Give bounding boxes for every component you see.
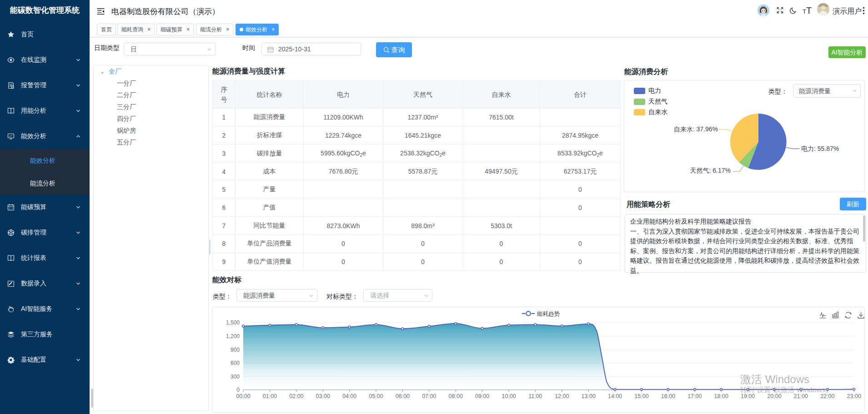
svg-text:00:00: 00:00 [236,393,250,399]
svg-text:300: 300 [231,374,240,380]
svg-text:13:00: 13:00 [582,393,596,399]
svg-text:15:00: 15:00 [634,393,648,399]
svg-text:05:00: 05:00 [369,393,383,399]
svg-text:17:00: 17:00 [687,393,702,399]
svg-text:11:00: 11:00 [528,393,542,399]
svg-text:03:00: 03:00 [316,393,330,399]
svg-text:08:00: 08:00 [449,393,463,399]
svg-text:02:00: 02:00 [289,393,303,399]
svg-text:16:00: 16:00 [661,393,675,399]
svg-text:自来水: 37.96%: 自来水: 37.96% [674,125,718,133]
svg-text:600: 600 [231,360,240,366]
svg-text:0: 0 [236,387,240,393]
svg-text:900: 900 [231,347,240,353]
svg-text:06:00: 06:00 [396,393,410,399]
svg-text:1,500: 1,500 [226,319,240,326]
svg-text:12:00: 12:00 [555,393,569,399]
svg-text:18:00: 18:00 [714,393,728,399]
svg-text:23:00: 23:00 [847,393,861,399]
svg-text:天然气: 6.17%: 天然气: 6.17% [690,167,731,174]
svg-text:14:00: 14:00 [608,393,622,399]
svg-text:09:00: 09:00 [475,393,489,399]
svg-text:电力: 55.87%: 电力: 55.87% [801,145,839,152]
svg-text:10:00: 10:00 [502,393,516,399]
svg-text:04:00: 04:00 [342,393,356,399]
svg-text:01:00: 01:00 [263,393,277,399]
svg-text:07:00: 07:00 [422,393,436,399]
svg-text:1,200: 1,200 [226,333,240,339]
